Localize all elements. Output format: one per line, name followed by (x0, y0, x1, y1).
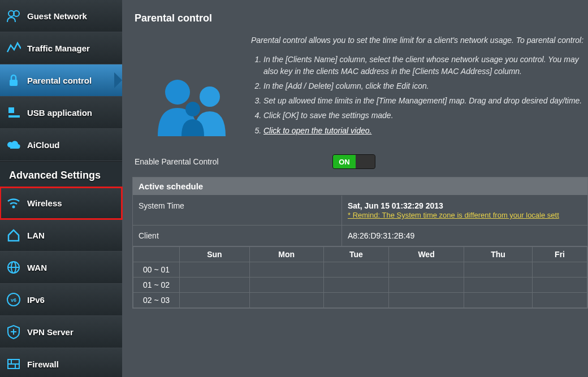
traffic-icon (6, 40, 21, 56)
svg-rect-2 (10, 80, 18, 86)
sidebar-item-traffic-manager[interactable]: Traffic Manager (0, 32, 122, 64)
cloud-icon (6, 137, 21, 153)
family-icon (132, 34, 251, 140)
time-grid: SunMonTueWedThuFri00 ~ 0101 ~ 0202 ~ 03 (133, 246, 587, 308)
day-header: Tue (323, 247, 389, 262)
sidebar-item-lan[interactable]: LAN (0, 219, 122, 252)
time-cell[interactable] (180, 278, 250, 293)
time-cell[interactable] (323, 278, 389, 293)
svg-point-3 (12, 206, 15, 209)
intro-lead: Parental control allows you to set the t… (251, 34, 588, 46)
sidebar-item-label: AiCloud (27, 140, 60, 150)
sidebar-item-firewall[interactable]: Firewall (0, 348, 122, 377)
sidebar-item-parental-control[interactable]: Parental control (0, 64, 122, 97)
day-header: Mon (249, 247, 323, 262)
sidebar-item-wireless[interactable]: Wireless (0, 187, 122, 219)
sidebar-item-label: Wireless (27, 198, 62, 208)
sidebar-item-vpn-server[interactable]: VPN Server (0, 316, 122, 348)
svg-point-14 (200, 86, 220, 107)
svg-point-15 (185, 102, 200, 116)
intro-step: Click to open the tutorial video. (263, 125, 588, 136)
guest-icon (6, 8, 21, 24)
globe-icon (6, 259, 21, 275)
intro-step: Click [OK] to save the settings made. (263, 110, 588, 121)
sidebar-item-label: IPv6 (27, 295, 45, 305)
system-time-label: System Time (133, 196, 342, 225)
time-cell[interactable] (464, 278, 532, 293)
svg-point-13 (165, 80, 190, 105)
page-title: Parental control (132, 0, 588, 34)
day-header: Thu (464, 247, 532, 262)
vpn-icon (6, 324, 21, 340)
enable-label: Enable Parental Control (135, 157, 332, 166)
enable-parental-control-row: Enable Parental Control ON (132, 149, 588, 177)
time-cell[interactable] (249, 293, 323, 308)
sidebar-item-guest-network[interactable]: Guest Network (0, 0, 122, 32)
sidebar-item-label: Guest Network (27, 11, 87, 21)
home-icon (6, 227, 21, 243)
intro-section: Parental control allows you to set the t… (132, 34, 588, 149)
enable-toggle[interactable]: ON (332, 154, 375, 169)
sidebar-item-label: Firewall (27, 359, 59, 369)
sidebar-item-label: Traffic Manager (27, 44, 90, 53)
lock-icon (6, 72, 21, 88)
sidebar-item-aicloud[interactable]: AiCloud (0, 129, 122, 161)
client-label: Client (133, 226, 342, 246)
time-cell[interactable] (389, 278, 464, 293)
usb-icon (6, 105, 21, 120)
main-content: Parental control Parental control allows… (122, 0, 588, 377)
time-cell[interactable] (323, 293, 389, 308)
sidebar-item-label: Parental control (27, 76, 92, 85)
toggle-on-label: ON (333, 155, 356, 168)
time-cell[interactable] (533, 278, 587, 293)
client-value: A8:26:D9:31:2B:49 (342, 226, 587, 246)
intro-step: In the [Clients Name] column, select the… (263, 54, 588, 77)
time-cell[interactable] (180, 262, 250, 278)
time-cell[interactable] (533, 293, 587, 308)
wifi-icon (6, 195, 21, 211)
system-time-remind-link[interactable]: * Remind: The System time zone is differ… (348, 211, 559, 219)
svg-text:v6: v6 (11, 297, 16, 303)
time-cell[interactable] (180, 293, 250, 308)
time-cell[interactable] (389, 262, 464, 278)
sidebar: Guest NetworkTraffic ManagerParental con… (0, 0, 122, 377)
day-header: Wed (389, 247, 464, 262)
time-cell[interactable] (323, 262, 389, 278)
sidebar-item-ipv6[interactable]: v6IPv6 (0, 284, 122, 316)
firewall-icon (6, 356, 21, 372)
time-row-label: 00 ~ 01 (133, 262, 180, 278)
advanced-settings-title: Advanced Settings (0, 161, 122, 187)
system-time-value: Sat, Jun 15 01:32:29 2013 (348, 201, 582, 210)
time-cell[interactable] (464, 293, 532, 308)
tutorial-video-link[interactable]: Click to open the tutorial video. (263, 126, 371, 135)
ipv6-icon: v6 (6, 292, 21, 307)
time-cell[interactable] (533, 262, 587, 278)
time-cell[interactable] (464, 262, 532, 278)
sidebar-item-label: WAN (27, 263, 47, 272)
sidebar-item-label: USB application (27, 108, 92, 118)
time-cell[interactable] (249, 262, 323, 278)
active-schedule-panel: Active schedule System Time Sat, Jun 15 … (132, 177, 588, 309)
time-row-label: 01 ~ 02 (133, 278, 180, 293)
time-cell[interactable] (249, 278, 323, 293)
time-row-label: 02 ~ 03 (133, 293, 180, 308)
intro-step: In the [Add / Delete] column, click the … (263, 80, 588, 92)
sidebar-item-label: VPN Server (27, 327, 74, 337)
day-header: Sun (180, 247, 250, 262)
time-cell[interactable] (389, 293, 464, 308)
day-header: Fri (533, 247, 587, 262)
sidebar-item-wan[interactable]: WAN (0, 252, 122, 284)
sidebar-item-usb-application[interactable]: USB application (0, 97, 122, 129)
sidebar-item-label: LAN (27, 231, 45, 240)
time-grid-corner (133, 247, 180, 262)
schedule-title: Active schedule (133, 177, 587, 196)
toggle-off-area (356, 155, 375, 168)
intro-step: Set up allowed time limits in the [Time … (263, 95, 588, 106)
